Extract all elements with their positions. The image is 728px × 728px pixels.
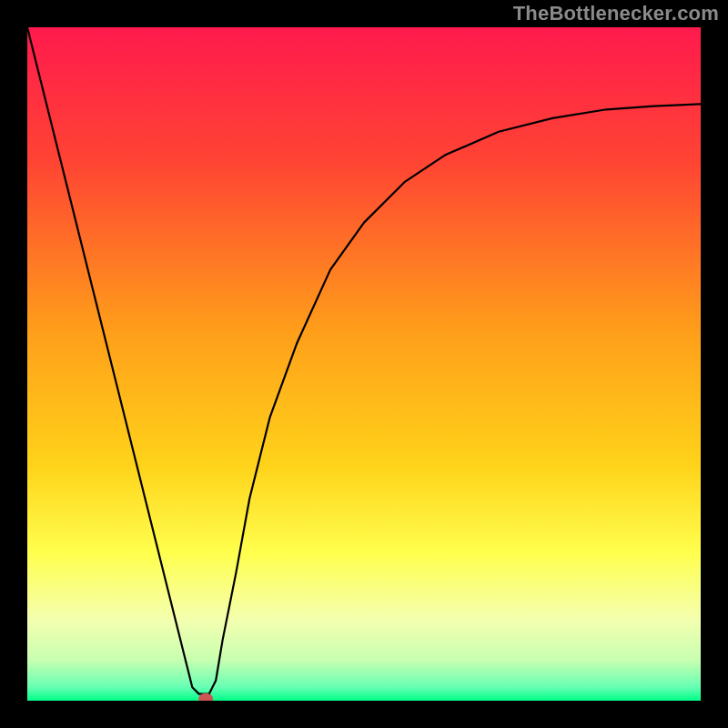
plot-area (27, 27, 701, 701)
chart-frame: TheBottlenecker.com (0, 0, 728, 728)
gradient-background (27, 27, 701, 701)
chart-svg (27, 27, 701, 701)
watermark-label: TheBottlenecker.com (513, 2, 719, 25)
